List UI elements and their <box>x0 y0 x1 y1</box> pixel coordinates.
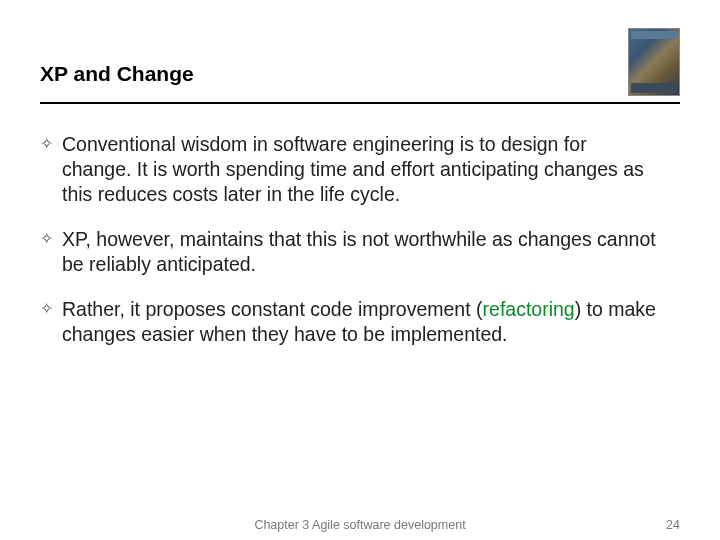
slide-content: ✧ Conventional wisdom in software engine… <box>40 132 680 347</box>
bullet-text: Conventional wisdom in software engineer… <box>62 132 660 207</box>
slide-title: XP and Change <box>40 48 194 86</box>
bullet-pre: Rather, it proposes constant code improv… <box>62 298 483 320</box>
title-divider <box>40 102 680 104</box>
footer-page-number: 24 <box>666 518 680 532</box>
slide-header: XP and Change <box>40 48 680 96</box>
diamond-bullet-icon: ✧ <box>40 227 62 249</box>
bullet-item: ✧ Conventional wisdom in software engine… <box>40 132 660 207</box>
bullet-text: XP, however, maintains that this is not … <box>62 227 660 277</box>
diamond-bullet-icon: ✧ <box>40 297 62 319</box>
slide: XP and Change ✧ Conventional wisdom in s… <box>0 0 720 540</box>
book-cover-image <box>628 28 680 96</box>
bullet-item: ✧ XP, however, maintains that this is no… <box>40 227 660 277</box>
highlight-term: refactoring <box>483 298 575 320</box>
diamond-bullet-icon: ✧ <box>40 132 62 154</box>
footer-chapter: Chapter 3 Agile software development <box>254 518 465 532</box>
bullet-text: Rather, it proposes constant code improv… <box>62 297 660 347</box>
bullet-item: ✧ Rather, it proposes constant code impr… <box>40 297 660 347</box>
